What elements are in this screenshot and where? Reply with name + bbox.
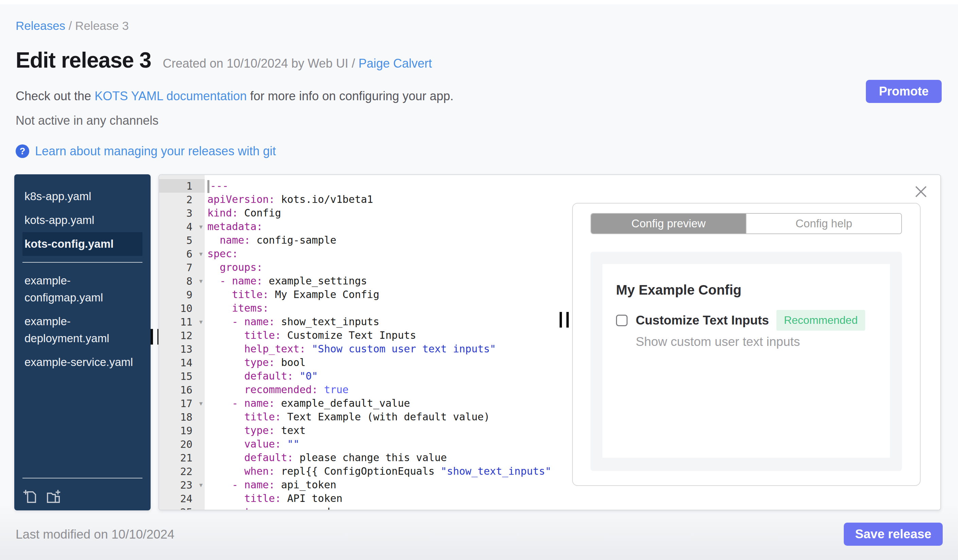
gutter-line-12[interactable]: 12	[159, 329, 205, 342]
line-number: 2	[186, 194, 192, 206]
gutter-line-20[interactable]: 20	[159, 437, 205, 451]
customize-text-inputs-checkbox[interactable]	[616, 315, 628, 326]
gutter-line-19[interactable]: 19	[159, 424, 205, 437]
line-number: 14	[180, 357, 192, 369]
code-line-3[interactable]: kind: Config	[207, 206, 555, 220]
config-item-row: Customize Text Inputs Recommended	[616, 310, 876, 331]
gutter-line-23[interactable]: 23▾	[159, 478, 205, 492]
gutter-line-11[interactable]: 11▾	[159, 315, 205, 329]
file-item-k8s-app.yaml[interactable]: k8s-app.yaml	[22, 185, 143, 208]
breadcrumb-releases-link[interactable]: Releases	[16, 19, 65, 32]
gutter-line-8[interactable]: 8▾	[159, 274, 205, 288]
new-folder-icon[interactable]	[46, 489, 61, 504]
fold-arrow-icon[interactable]: ▾	[199, 277, 203, 285]
line-number: 18	[180, 411, 192, 423]
promote-button[interactable]: Promote	[866, 80, 942, 103]
editor-gutter[interactable]: 1234▾56▾78▾91011▾121314151617▾1819202122…	[159, 175, 205, 510]
file-item-example-service.yaml[interactable]: example-service.yaml	[22, 350, 143, 374]
gutter-line-22[interactable]: 22	[159, 465, 205, 478]
gutter-line-15[interactable]: 15	[159, 369, 205, 383]
gutter-line-4[interactable]: 4▾	[159, 220, 205, 233]
channel-status: Not active in any channels	[16, 114, 159, 128]
code-line-25[interactable]: type: password	[207, 505, 555, 510]
code-line-11[interactable]: - name: show_text_inputs	[207, 315, 555, 329]
code-line-9[interactable]: title: My Example Config	[207, 288, 555, 301]
gutter-line-25[interactable]: 25	[159, 505, 205, 510]
gutter-line-24[interactable]: 24	[159, 492, 205, 505]
fold-arrow-icon[interactable]: ▾	[199, 318, 203, 326]
code-line-21[interactable]: default: please change this value	[207, 451, 555, 465]
code-line-23[interactable]: - name: api_token	[207, 478, 555, 492]
code-line-24[interactable]: title: API token	[207, 492, 555, 505]
save-release-button[interactable]: Save release	[844, 523, 943, 546]
git-help-link[interactable]: Learn about managing your releases with …	[35, 144, 276, 158]
code-line-14[interactable]: type: bool	[207, 356, 555, 369]
recommended-badge: Recommended	[776, 310, 865, 331]
fold-arrow-icon[interactable]: ▾	[199, 481, 203, 489]
code-line-18[interactable]: title: Text Example (with default value)	[207, 410, 555, 424]
gutter-line-9[interactable]: 9	[159, 288, 205, 301]
gutter-line-2[interactable]: 2	[159, 193, 205, 206]
gutter-line-21[interactable]: 21	[159, 451, 205, 465]
tab-config-help[interactable]: Config help	[746, 214, 901, 233]
gutter-line-13[interactable]: 13	[159, 342, 205, 356]
code-line-15[interactable]: default: "0"	[207, 369, 555, 383]
code-line-13[interactable]: help_text: "Show custom user text inputs…	[207, 342, 555, 356]
docs-prefix: Check out the	[16, 89, 95, 103]
gutter-line-1[interactable]: 1	[159, 179, 205, 193]
code-line-17[interactable]: - name: example_default_value	[207, 397, 555, 410]
line-number: 24	[180, 493, 192, 505]
tab-config-preview[interactable]: Config preview	[591, 214, 746, 233]
text-cursor	[207, 180, 209, 193]
line-number: 19	[180, 425, 192, 437]
breadcrumb-separator: /	[65, 19, 75, 32]
line-number: 7	[186, 262, 192, 274]
gutter-line-7[interactable]: 7	[159, 261, 205, 274]
code-line-2[interactable]: apiVersion: kots.io/v1beta1	[207, 193, 555, 206]
gutter-line-14[interactable]: 14	[159, 356, 205, 369]
code-line-16[interactable]: recommended: true	[207, 383, 555, 397]
config-preview-card: Config previewConfig help My Example Con…	[572, 203, 921, 486]
gutter-line-16[interactable]: 16	[159, 383, 205, 397]
code-line-7[interactable]: groups:	[207, 261, 555, 274]
fold-arrow-icon[interactable]: ▾	[199, 223, 203, 231]
line-number: 4	[186, 221, 192, 233]
code-line-8[interactable]: - name: example_settings	[207, 274, 555, 288]
code-line-19[interactable]: type: text	[207, 424, 555, 437]
code-line-10[interactable]: items:	[207, 301, 555, 315]
file-item-kots-config.yaml[interactable]: kots-config.yaml	[22, 232, 143, 256]
code-editor[interactable]: ---apiVersion: kots.io/v1beta1kind: Conf…	[205, 175, 555, 510]
gutter-line-6[interactable]: 6▾	[159, 247, 205, 261]
file-item-example-deployment.yaml[interactable]: example-deployment.yaml	[22, 310, 143, 350]
gutter-line-17[interactable]: 17▾	[159, 397, 205, 410]
fold-arrow-icon[interactable]: ▾	[199, 399, 203, 407]
line-number: 22	[180, 465, 192, 478]
close-icon[interactable]	[915, 185, 928, 198]
code-line-22[interactable]: when: repl{{ ConfigOptionEquals "show_te…	[207, 465, 555, 478]
code-line-12[interactable]: title: Customize Text Inputs	[207, 329, 555, 342]
code-line-4[interactable]: metadata:	[207, 220, 555, 233]
code-line-5[interactable]: name: config-sample	[207, 233, 555, 247]
line-number: 9	[186, 289, 192, 301]
gutter-line-18[interactable]: 18	[159, 410, 205, 424]
author-link[interactable]: Paige Calvert	[358, 56, 432, 70]
new-file-icon[interactable]	[22, 489, 38, 504]
line-number: 12	[180, 330, 192, 342]
line-number: 21	[180, 452, 192, 464]
file-item-kots-app.yaml[interactable]: kots-app.yaml	[22, 208, 143, 232]
gutter-line-5[interactable]: 5	[159, 233, 205, 247]
file-list: k8s-app.yamlkots-app.yamlkots-config.yam…	[14, 185, 151, 374]
code-line-20[interactable]: value: ""	[207, 437, 555, 451]
fold-arrow-icon[interactable]: ▾	[199, 250, 203, 258]
gutter-line-10[interactable]: 10	[159, 301, 205, 315]
line-number: 11	[180, 316, 192, 328]
config-group-title: My Example Config	[616, 282, 876, 298]
gutter-line-3[interactable]: 3	[159, 206, 205, 220]
docs-suffix: for more info on configuring your app.	[247, 89, 454, 103]
code-line-6[interactable]: spec:	[207, 247, 555, 261]
code-line-1[interactable]: ---	[207, 179, 555, 193]
breadcrumb-current: Release 3	[75, 19, 129, 32]
file-item-example-configmap.yaml[interactable]: example-configmap.yaml	[22, 269, 143, 310]
panel-resize-handle[interactable]	[560, 312, 569, 327]
kots-yaml-docs-link[interactable]: KOTS YAML documentation	[95, 89, 247, 103]
